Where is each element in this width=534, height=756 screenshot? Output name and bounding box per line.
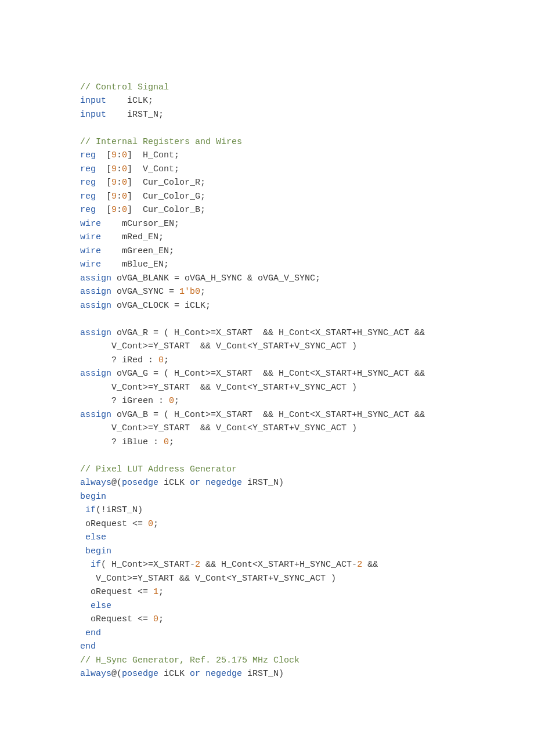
number: 9 <box>111 205 117 215</box>
code-text: ? iRed : <box>80 355 158 365</box>
number: 0 <box>158 355 164 365</box>
number: 0 <box>169 396 174 406</box>
literal: 1'b0 <box>179 287 200 297</box>
number: 2 <box>195 560 200 570</box>
code-text: ? iGreen : <box>80 396 169 406</box>
code-text: ] V_Cont; <box>127 164 179 174</box>
keyword-or: or <box>190 478 200 488</box>
number: 2 <box>357 560 362 570</box>
keyword-or: or <box>190 669 200 679</box>
keyword-wire: wire <box>80 260 101 269</box>
code-text: ] H_Cont; <box>127 150 179 160</box>
number: 1 <box>153 587 158 597</box>
keyword-if: if <box>91 560 101 570</box>
comment: // Pixel LUT Address Generator <box>80 465 237 474</box>
code-text: ] Cur_Color_R; <box>127 178 205 188</box>
keyword-else: else <box>85 532 106 542</box>
code-text: iCLK <box>158 478 190 488</box>
keyword-always: always <box>80 478 111 488</box>
code-text: ; <box>174 396 179 406</box>
keyword-if: if <box>85 505 96 515</box>
keyword-wire: wire <box>80 219 101 229</box>
code-text: @( <box>111 478 122 488</box>
code-text: ] Cur_Color_B; <box>127 205 205 215</box>
code-text: ; <box>169 437 174 447</box>
code-text: [ <box>96 178 111 188</box>
code-text: oVGA_SYNC = <box>111 287 179 297</box>
keyword-assign: assign <box>80 369 111 379</box>
keyword-always: always <box>80 669 111 679</box>
code-text: iCLK <box>158 669 190 679</box>
code-text: oVGA_B = ( H_Cont>=X_START && H_Cont<X_S… <box>111 410 425 420</box>
code-text <box>80 601 91 611</box>
code-text: ; <box>200 287 205 297</box>
code-text: V_Cont>=Y_START && V_Cont<Y_START+V_SYNC… <box>80 341 357 351</box>
keyword-input: input <box>80 96 106 106</box>
number: 9 <box>111 178 117 188</box>
number: 0 <box>122 205 127 215</box>
code-text: ( H_Cont>=X_START- <box>101 560 195 570</box>
code-text: : <box>117 192 122 201</box>
number: 0 <box>148 519 153 529</box>
number: 0 <box>122 178 127 188</box>
code-text: ] Cur_Color_G; <box>127 192 205 201</box>
keyword-wire: wire <box>80 246 101 256</box>
code-text: mGreen_EN; <box>101 246 174 256</box>
code-text: mBlue_EN; <box>101 260 169 269</box>
code-text: ; <box>164 355 169 365</box>
comment: // H_Sync Generator, Ref. 25.175 MHz Clo… <box>80 656 300 665</box>
code-text: ; <box>153 519 158 529</box>
code-text: : <box>117 205 122 215</box>
code-text: [ <box>96 150 111 160</box>
code-text: iRST_N) <box>242 669 284 679</box>
keyword-posedge: posedge <box>122 669 158 679</box>
keyword-posedge: posedge <box>122 478 158 488</box>
keyword-assign: assign <box>80 287 111 297</box>
number: 0 <box>164 437 169 447</box>
code-text: iRST_N) <box>242 478 284 488</box>
keyword-negedge: negedge <box>205 669 242 679</box>
code-text: V_Cont>=Y_START && V_Cont<Y_START+V_SYNC… <box>80 423 357 433</box>
keyword-input: input <box>80 110 106 120</box>
code-text: ; <box>158 587 164 597</box>
code-text: oVGA_CLOCK = iCLK; <box>111 301 211 311</box>
code-text <box>80 505 85 515</box>
keyword-assign: assign <box>80 301 111 311</box>
code-text: V_Cont>=Y_START && V_Cont<Y_START+V_SYNC… <box>80 383 357 393</box>
code-text <box>80 560 91 570</box>
keyword-assign: assign <box>80 328 111 338</box>
keyword-wire: wire <box>80 232 101 242</box>
code-text: oRequest <= <box>80 587 153 597</box>
code-text: : <box>117 150 122 160</box>
keyword-reg: reg <box>80 164 96 174</box>
code-text: iRST_N; <box>106 110 164 120</box>
code-text: ? iBlue : <box>80 437 164 447</box>
code-text: V_Cont>=Y_START && V_Cont<Y_START+V_SYNC… <box>80 574 336 584</box>
number: 0 <box>122 150 127 160</box>
code-text <box>200 669 205 679</box>
code-text: oVGA_BLANK = oVGA_H_SYNC & oVGA_V_SYNC; <box>111 273 320 283</box>
number: 0 <box>153 614 158 624</box>
number: 9 <box>111 164 117 174</box>
comment: // Internal Registers and Wires <box>80 137 242 147</box>
keyword-reg: reg <box>80 192 96 201</box>
code-text: : <box>117 164 122 174</box>
number: 0 <box>122 192 127 201</box>
number: 0 <box>122 164 127 174</box>
code-text: && <box>362 560 378 570</box>
code-text: ; <box>158 614 164 624</box>
code-text: [ <box>96 164 111 174</box>
code-text <box>200 478 205 488</box>
code-text: mRed_EN; <box>101 232 164 242</box>
number: 9 <box>111 192 117 201</box>
keyword-negedge: negedge <box>205 478 242 488</box>
keyword-end: end <box>80 642 96 651</box>
code-text: [ <box>96 205 111 215</box>
number: 9 <box>111 150 117 160</box>
keyword-assign: assign <box>80 410 111 420</box>
keyword-begin: begin <box>80 492 106 502</box>
code-text: (!iRST_N) <box>96 505 143 515</box>
keyword-else: else <box>91 601 111 611</box>
keyword-reg: reg <box>80 178 96 188</box>
code-text: : <box>117 178 122 188</box>
